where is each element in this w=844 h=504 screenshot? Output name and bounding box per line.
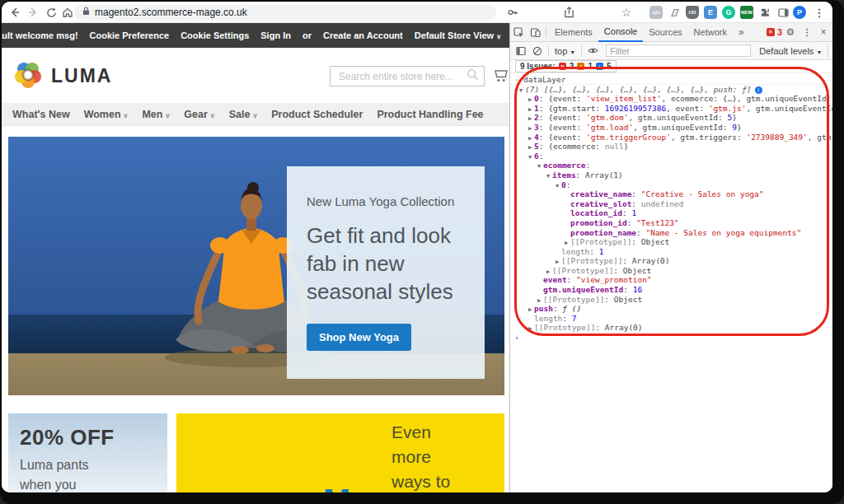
js-context-selector[interactable]: top ▼: [551, 46, 579, 56]
shop-new-yoga-button[interactable]: Shop New Yoga: [307, 324, 411, 351]
issue-severity-icon: ✕: [559, 63, 566, 70]
console-result-marker: ‹: [513, 85, 518, 95]
back-icon[interactable]: [7, 4, 23, 21]
nav-item-product-scheduler[interactable]: Product Scheduler: [271, 109, 363, 120]
issue-counts: ✕3!1i5: [559, 62, 612, 71]
welcome-link[interactable]: Cookie Preference: [90, 30, 170, 40]
console-line: event: "view_promotion": [510, 275, 832, 285]
browser-menu-kebab-icon[interactable]: ⋮: [811, 4, 828, 21]
nav-item-gear[interactable]: Gear∨: [184, 109, 214, 120]
grammarly-icon[interactable]: G: [722, 6, 735, 19]
tab-elements[interactable]: Elements: [549, 23, 598, 42]
console-line: ▶4: {event: 'gtm.triggerGroup', gtm.trig…: [510, 133, 832, 142]
welcome-link[interactable]: Create an Account: [323, 30, 403, 40]
info-icon[interactable]: i: [755, 86, 762, 94]
live-expression-eye-icon[interactable]: [584, 43, 601, 59]
nav-item-sale[interactable]: Sale∨: [229, 109, 258, 120]
console-line: ▶[[Prototype]]: Object: [510, 237, 832, 247]
share-icon[interactable]: [560, 4, 577, 21]
extension-code-icon[interactable]: </>: [649, 6, 663, 19]
extension-page-icon[interactable]: [668, 6, 681, 19]
issue-count: 5: [607, 62, 612, 71]
console-filter-input[interactable]: [606, 44, 751, 57]
console-text: length: [561, 247, 589, 256]
welcome-link[interactable]: Cookie Settings: [181, 30, 249, 40]
console-prompt-chevron-icon: ›: [514, 333, 519, 343]
issue-count: 3: [570, 62, 574, 71]
log-levels-dropdown[interactable]: Default levels ▼: [756, 46, 825, 56]
console-text: : {event:: [539, 94, 586, 103]
console-text: :: [562, 314, 571, 323]
promo-discount-headline: 20% OFF: [20, 425, 167, 450]
chevron-down-icon: ∨: [210, 112, 215, 119]
issues-chip[interactable]: 9 Issues: ✕3!1i5: [515, 60, 617, 72]
console-text: length: [534, 314, 562, 323]
home-icon[interactable]: [59, 4, 76, 21]
console-text: 1692619957386: [605, 104, 666, 113]
console-text: push: [534, 304, 553, 313]
tab-sources[interactable]: Sources: [643, 23, 687, 42]
forward-icon[interactable]: [25, 4, 41, 21]
devtools-settings-gear-icon[interactable]: ⚙: [782, 24, 799, 40]
more-tabs-icon[interactable]: »: [733, 23, 750, 42]
divider: [548, 45, 549, 57]
bookmark-star-icon[interactable]: ☆: [618, 4, 635, 21]
search-input[interactable]: [337, 70, 467, 83]
console-sidebar-icon[interactable]: [513, 43, 529, 59]
console-text: , gtm.uniqueEve: [808, 133, 832, 142]
profile-avatar[interactable]: P: [793, 6, 806, 19]
console-line: ▶[[Prototype]]: Object: [510, 266, 832, 276]
console-text: 'view_item_list': [586, 94, 662, 103]
divider: [546, 26, 546, 38]
console-line: ▶0: {event: 'view_item_list', ecommerce:…: [510, 94, 832, 104]
promo-tile-yellow[interactable]: Evenmoreways to M: [176, 413, 504, 492]
console-text: :: [589, 247, 598, 256]
side-panel-icon[interactable]: [776, 6, 790, 19]
promo-tile-discount[interactable]: 20% OFF Luma pants when you: [8, 413, 167, 492]
extension-shield-icon[interactable]: UO: [686, 6, 699, 19]
welcome-bar: Default welcome msg!Cookie PreferenceCoo…: [2, 23, 509, 48]
password-key-icon[interactable]: [504, 4, 521, 21]
welcome-link[interactable]: Sign In: [260, 30, 291, 40]
devtools-panel: ElementsConsoleSourcesNetwork » ✕ 3 ⚙ ⋮ …: [509, 23, 832, 492]
search-icon[interactable]: [467, 68, 479, 84]
extensions-puzzle-icon[interactable]: [758, 6, 771, 19]
console-text: }: [624, 142, 629, 151]
device-toolbar-icon[interactable]: [527, 24, 543, 40]
extension-editor-icon[interactable]: E: [704, 6, 717, 19]
console-line: location_id: 1: [510, 208, 832, 218]
extension-new-badge-icon[interactable]: NEW: [740, 6, 753, 19]
console-text: , ecommerce: {…}, gtm.uniqueEventId:: [661, 94, 832, 103]
cart-icon[interactable]: [493, 68, 509, 86]
devtools-close-icon[interactable]: ×: [815, 24, 832, 40]
tab-console[interactable]: Console: [598, 23, 643, 42]
nav-item-men[interactable]: Men∨: [142, 109, 170, 120]
error-count-badge[interactable]: ✕ 3: [767, 27, 782, 37]
console-line: creative_slot: undefined: [510, 199, 832, 209]
console-text: : Array(0): [622, 256, 669, 265]
devtools-kebab-icon[interactable]: ⋮: [799, 24, 815, 40]
console-text: promotion_id: [570, 218, 627, 227]
inspect-element-icon[interactable]: [510, 24, 527, 40]
console-text: creative_name: [570, 189, 631, 198]
hero-heading: Get fit and lookfab in newseasonal style…: [307, 222, 467, 306]
console-output[interactable]: ›dataLayer‹▼(7) [{…}, {…}, {…}, {…}, {…}…: [510, 73, 832, 492]
console-text: 7: [572, 314, 577, 323]
console-line: ▶push: ƒ (): [510, 304, 832, 314]
console-text: 'gtm.triggerGroup': [586, 133, 671, 142]
console-line: ▶[[Prototype]]: Array(0): [510, 323, 832, 333]
welcome-text: or: [302, 30, 312, 40]
console-text: :: [622, 208, 631, 217]
divider: [581, 45, 582, 57]
nav-item-product-handling-fee[interactable]: Product Handling Fee: [377, 109, 483, 120]
luma-logo[interactable]: LUMA: [13, 59, 112, 92]
tab-network[interactable]: Network: [688, 23, 733, 42]
welcome-link[interactable]: Default Store View∨: [415, 30, 501, 40]
clear-console-icon[interactable]: [529, 43, 546, 59]
console-line: ›: [510, 333, 832, 343]
nav-item-women[interactable]: Women∨: [84, 109, 129, 120]
console-settings-gear-icon[interactable]: ⚙: [831, 43, 832, 59]
url-bar[interactable]: magento2.scommerce-mage.co.uk: [74, 4, 496, 21]
reload-icon[interactable]: [43, 4, 59, 21]
nav-item-what-s-new[interactable]: What's New: [12, 109, 70, 120]
